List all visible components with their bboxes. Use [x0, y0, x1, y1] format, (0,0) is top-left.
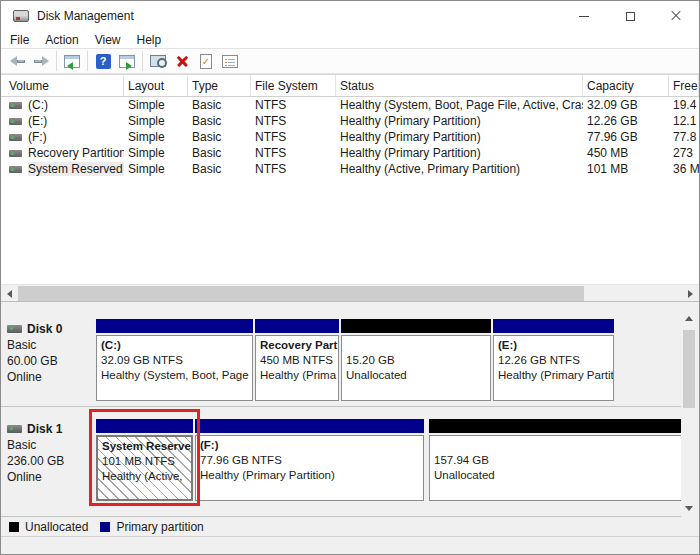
- cell-capacity: 101 MB: [583, 162, 669, 176]
- partition-f[interactable]: (F:) 77.96 GB NTFS Healthy (Primary Part…: [195, 419, 424, 501]
- table-header: Volume Layout Type File System Status Ca…: [1, 75, 699, 97]
- cell-file-system: NTFS: [251, 98, 336, 112]
- rescan-disks-button[interactable]: [146, 50, 170, 72]
- partition-size: 77.96 GB NTFS: [200, 453, 419, 468]
- partition-disk1-unallocated[interactable]: 157.94 GB Unallocated: [429, 419, 682, 501]
- partition-disk0-unallocated[interactable]: 15.20 GB Unallocated: [341, 319, 491, 401]
- scroll-right-button[interactable]: [682, 285, 699, 302]
- cell-capacity: 450 MB: [583, 146, 669, 160]
- volume-name: (E:): [28, 114, 47, 128]
- table-row-recovery[interactable]: Recovery Partition Simple Basic NTFS Hea…: [1, 145, 699, 161]
- scroll-right-icon: [688, 290, 693, 298]
- cell-layout: Simple: [124, 130, 188, 144]
- cell-free: 36 M: [669, 162, 699, 176]
- menu-bar: File Action View Help: [1, 31, 699, 48]
- menu-help[interactable]: Help: [130, 32, 169, 48]
- disk-state: Online: [7, 369, 93, 385]
- disk-0-header[interactable]: Disk 0 Basic 60.00 GB Online: [7, 321, 93, 385]
- vertical-scrollbar[interactable]: [681, 310, 697, 516]
- scroll-down-button[interactable]: [681, 500, 697, 516]
- volume-icon: [9, 150, 22, 157]
- partition-recovery[interactable]: Recovery Part 450 MB NTFS Healthy (Prima: [255, 319, 339, 401]
- cell-layout: Simple: [124, 162, 188, 176]
- help-button[interactable]: ?: [91, 50, 115, 72]
- partition-c[interactable]: (C:) 32.09 GB NTFS Healthy (System, Boot…: [96, 319, 253, 401]
- cell-capacity: 77.96 GB: [583, 130, 669, 144]
- table-row-c[interactable]: (C:) Simple Basic NTFS Healthy (System, …: [1, 97, 699, 113]
- menu-action[interactable]: Action: [38, 32, 85, 48]
- disk-1-header[interactable]: Disk 1 Basic 236.00 GB Online: [7, 421, 93, 485]
- maximize-icon: [626, 12, 635, 21]
- table-row-e[interactable]: (E:) Simple Basic NTFS Healthy (Primary …: [1, 113, 699, 129]
- cell-type: Basic: [188, 98, 251, 112]
- table-row-f[interactable]: (F:) Simple Basic NTFS Healthy (Primary …: [1, 129, 699, 145]
- partition-status: Healthy (Prima: [260, 368, 334, 383]
- disk-management-app-icon: [13, 10, 29, 22]
- forward-button[interactable]: [29, 50, 53, 72]
- commit-changes-button[interactable]: ✓: [194, 50, 218, 72]
- column-header-type[interactable]: Type: [188, 75, 251, 96]
- column-header-status[interactable]: Status: [336, 75, 583, 96]
- partition-status: Unallocated: [346, 368, 486, 383]
- cell-status: Healthy (System, Boot, Page File, Active…: [336, 98, 583, 112]
- volume-list: Volume Layout Type File System Status Ca…: [1, 74, 699, 301]
- column-header-layout[interactable]: Layout: [124, 75, 188, 96]
- toolbar-separator: [56, 51, 57, 71]
- delete-volume-button[interactable]: [170, 50, 194, 72]
- scroll-up-icon: [685, 316, 693, 321]
- cell-capacity: 12.26 GB: [583, 114, 669, 128]
- horizontal-scrollbar[interactable]: [1, 284, 699, 301]
- column-header-volume[interactable]: Volume: [1, 75, 124, 96]
- scroll-up-button[interactable]: [681, 310, 697, 326]
- legend-unallocated: Unallocated: [9, 520, 88, 534]
- disk-kind: Basic: [7, 437, 93, 453]
- checkmark-document-icon: ✓: [200, 54, 212, 69]
- cell-type: Basic: [188, 114, 251, 128]
- column-header-file-system[interactable]: File System: [251, 75, 336, 96]
- cell-file-system: NTFS: [251, 130, 336, 144]
- cell-type: Basic: [188, 130, 251, 144]
- legend-label: Primary partition: [116, 520, 203, 534]
- volume-name: System Reserved P...: [28, 162, 124, 176]
- rescan-disks-icon: [150, 55, 166, 67]
- close-button[interactable]: [653, 1, 699, 31]
- column-header-capacity[interactable]: Capacity: [583, 75, 669, 96]
- horizontal-scrollbar-thumb[interactable]: [18, 286, 584, 301]
- toolbar-separator: [87, 51, 88, 71]
- partition-e[interactable]: (E:) 12.26 GB NTFS Healthy (Primary Part…: [493, 319, 614, 401]
- unallocated-band: [429, 419, 682, 433]
- cell-layout: Simple: [124, 146, 188, 160]
- back-icon: [10, 57, 25, 66]
- partition-title: (C:): [101, 338, 248, 353]
- minimize-button[interactable]: [561, 1, 607, 31]
- back-button[interactable]: [5, 50, 29, 72]
- cell-type: Basic: [188, 162, 251, 176]
- graphical-view: Disk 0 Basic 60.00 GB Online (C:) 32.09 …: [1, 301, 699, 518]
- partition-size: 15.20 GB: [346, 353, 486, 368]
- cell-layout: Simple: [124, 98, 188, 112]
- cell-status: Healthy (Primary Partition): [336, 146, 583, 160]
- show-action-pane-button[interactable]: [115, 50, 139, 72]
- scroll-left-button[interactable]: [1, 285, 18, 302]
- menu-view[interactable]: View: [88, 32, 128, 48]
- unallocated-band: [341, 319, 491, 333]
- vertical-scrollbar-thumb[interactable]: [683, 330, 695, 408]
- disk-icon: [7, 425, 22, 433]
- partition-size: 12.26 GB NTFS: [498, 353, 609, 368]
- table-row-system-reserved[interactable]: System Reserved P... Simple Basic NTFS H…: [1, 161, 699, 177]
- show-console-tree-button[interactable]: [60, 50, 84, 72]
- partition-title: [346, 338, 486, 353]
- disk-management-window: Disk Management File Action View Help ? …: [0, 0, 700, 555]
- properties-button[interactable]: [218, 50, 242, 72]
- disk-0-row: Disk 0 Basic 60.00 GB Online (C:) 32.09 …: [1, 307, 681, 407]
- disk-size: 236.00 GB: [7, 453, 93, 469]
- cell-layout: Simple: [124, 114, 188, 128]
- column-header-free[interactable]: Free: [669, 75, 699, 96]
- disk-size: 60.00 GB: [7, 353, 93, 369]
- menu-file[interactable]: File: [3, 32, 36, 48]
- cell-capacity: 32.09 GB: [583, 98, 669, 112]
- cell-free: 273: [669, 146, 699, 160]
- title-bar[interactable]: Disk Management: [1, 1, 699, 31]
- maximize-button[interactable]: [607, 1, 653, 31]
- toolbar-separator: [142, 51, 143, 71]
